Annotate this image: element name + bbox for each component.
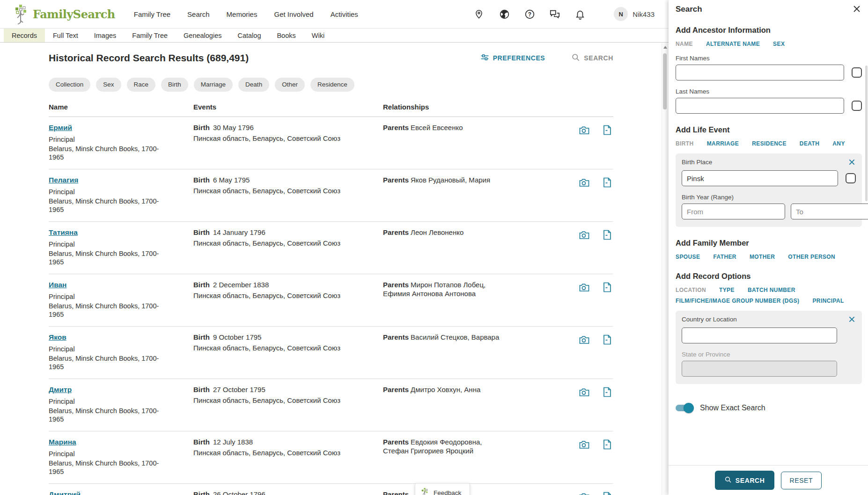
filter-chip[interactable]: Collection xyxy=(49,78,90,92)
record-name-link[interactable]: Яков xyxy=(49,333,66,341)
record-name-link[interactable]: Марина xyxy=(49,438,76,446)
record-option-link[interactable]: TYPE xyxy=(719,287,735,293)
main-scrollbar[interactable] xyxy=(662,43,668,495)
life-event-option-link[interactable]: ANY xyxy=(832,140,845,147)
subnav-tab[interactable]: Images xyxy=(86,29,125,42)
sidebar-reset-button[interactable]: RESET xyxy=(781,472,822,489)
sidebar-search-button[interactable]: SEARCH xyxy=(715,471,774,490)
user-menu[interactable]: N Nik433 xyxy=(614,7,655,21)
subnav-tab[interactable]: Genealogies xyxy=(176,29,229,42)
primary-nav-link[interactable]: Family Tree xyxy=(134,10,170,18)
birth-place-input[interactable] xyxy=(682,170,838,186)
family-member-option-link[interactable]: MOTHER xyxy=(750,254,775,260)
last-names-input[interactable] xyxy=(676,98,844,114)
exact-search-toggle[interactable] xyxy=(676,405,692,411)
camera-icon[interactable] xyxy=(579,177,590,188)
results-content: Historical Record Search Results (689,49… xyxy=(0,52,669,495)
feedback-button[interactable]: Feedback xyxy=(415,483,470,495)
event-label: Birth xyxy=(193,228,210,236)
filter-chip[interactable]: Sex xyxy=(96,78,121,92)
ancestor-option-link[interactable]: NAME xyxy=(676,41,693,47)
close-icon[interactable] xyxy=(853,5,862,14)
table-row: Иван Principal Belarus, Minsk Church Boo… xyxy=(49,274,613,327)
document-icon[interactable] xyxy=(602,229,613,240)
record-name-link[interactable]: Иван xyxy=(49,281,66,289)
birth-year-label: Birth Year (Range) xyxy=(682,194,856,201)
preferences-button[interactable]: PREFERENCES xyxy=(480,53,545,63)
birth-place-exact-checkbox[interactable] xyxy=(846,173,856,183)
camera-icon[interactable] xyxy=(579,229,590,240)
family-member-option-link[interactable]: SPOUSE xyxy=(676,254,700,260)
table-row: Марина Principal Belarus, Minsk Church B… xyxy=(49,431,613,484)
help-icon[interactable]: ? xyxy=(524,8,535,20)
record-option-link[interactable]: LOCATION xyxy=(676,287,706,293)
results-search-button[interactable]: SEARCH xyxy=(571,53,613,63)
main-scrollbar-thumb[interactable] xyxy=(663,53,667,109)
camera-icon[interactable] xyxy=(579,124,590,136)
record-option-link[interactable]: PRINCIPAL xyxy=(812,298,844,304)
tree-logo-icon xyxy=(12,4,30,24)
document-icon[interactable] xyxy=(602,491,613,495)
filter-chip[interactable]: Race xyxy=(127,78,156,92)
document-icon[interactable] xyxy=(602,439,613,450)
filter-chip[interactable]: Other xyxy=(275,78,305,92)
camera-icon[interactable] xyxy=(579,386,590,398)
familysearch-logo[interactable]: FamilySearch xyxy=(12,4,115,24)
first-names-exact-checkbox[interactable] xyxy=(852,67,862,78)
camera-icon[interactable] xyxy=(579,439,590,450)
family-member-option-link[interactable]: OTHER PERSON xyxy=(788,254,835,260)
country-input[interactable] xyxy=(682,328,837,343)
filter-chip[interactable]: Birth xyxy=(161,78,188,92)
camera-icon[interactable] xyxy=(579,282,590,293)
filter-chips: Collection Sex Race Birth Marriage Death… xyxy=(49,78,613,92)
filter-chip[interactable]: Residence xyxy=(310,78,354,92)
subnav-tab[interactable]: Records xyxy=(4,29,45,42)
scroll-up-arrow[interactable] xyxy=(663,46,667,49)
messages-icon[interactable] xyxy=(549,8,560,20)
username: Nik433 xyxy=(633,10,655,18)
record-option-link[interactable]: BATCH NUMBER xyxy=(748,287,795,293)
subnav-tab[interactable]: Family Tree xyxy=(124,29,176,42)
record-option-link[interactable]: FILM/FICHE/IMAGE GROUP NUMBER (DGS) xyxy=(676,298,799,304)
camera-icon[interactable] xyxy=(579,334,590,345)
document-icon[interactable] xyxy=(602,282,613,293)
family-member-option-link[interactable]: FATHER xyxy=(713,254,736,260)
location-panel-close-icon[interactable] xyxy=(848,316,856,323)
record-name-link[interactable]: Дмитрий xyxy=(49,490,81,495)
ancestor-option-link[interactable]: SEX xyxy=(773,41,785,47)
birth-year-from-input[interactable] xyxy=(682,204,785,219)
birth-year-to-input[interactable] xyxy=(791,204,868,219)
life-event-option-link[interactable]: MARRIAGE xyxy=(707,140,739,147)
record-name-link[interactable]: Пелагия xyxy=(49,176,78,184)
birth-panel-close-icon[interactable] xyxy=(848,159,856,166)
state-input[interactable] xyxy=(682,361,837,377)
ancestor-option-link[interactable]: ALTERNATE NAME xyxy=(706,41,760,47)
primary-nav-link[interactable]: Activities xyxy=(331,10,358,18)
primary-nav-link[interactable]: Memories xyxy=(227,10,257,18)
record-name-link[interactable]: Ермий xyxy=(49,124,72,131)
primary-nav-link[interactable]: Get Involved xyxy=(274,10,313,18)
document-icon[interactable] xyxy=(602,177,613,188)
globe-icon[interactable] xyxy=(499,8,510,20)
filter-chip[interactable]: Death xyxy=(238,78,269,92)
location-pin-icon[interactable] xyxy=(473,8,485,20)
last-names-exact-checkbox[interactable] xyxy=(852,101,862,111)
document-icon[interactable] xyxy=(602,124,613,136)
record-name-link[interactable]: Дмитр xyxy=(49,386,72,393)
life-event-option-link[interactable]: DEATH xyxy=(800,140,819,147)
subnav-tab[interactable]: Full Text xyxy=(45,29,86,42)
subnav-tab[interactable]: Wiki xyxy=(304,29,332,42)
first-names-input[interactable] xyxy=(676,65,844,80)
record-name-link[interactable]: Татияна xyxy=(49,228,78,236)
primary-nav-link[interactable]: Search xyxy=(187,10,210,18)
notifications-icon[interactable] xyxy=(574,8,586,20)
subnav-tab[interactable]: Books xyxy=(269,29,303,42)
camera-icon[interactable] xyxy=(579,491,590,495)
life-event-option-link[interactable]: RESIDENCE xyxy=(752,140,787,147)
filter-chip[interactable]: Marriage xyxy=(194,78,233,92)
subnav-tab[interactable]: Catalog xyxy=(229,29,269,42)
life-event-option-link[interactable]: BIRTH xyxy=(676,140,694,147)
document-icon[interactable] xyxy=(602,334,613,345)
document-icon[interactable] xyxy=(602,386,613,398)
sidebar-scrollbar-thumb[interactable] xyxy=(865,66,868,201)
